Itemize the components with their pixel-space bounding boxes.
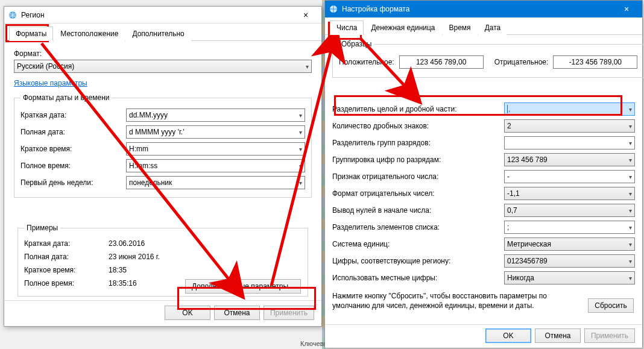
close-icon[interactable]: × [614, 4, 639, 14]
first-day-dropdown[interactable]: понедельник▾ [126, 176, 305, 189]
chevron-down-icon: ▾ [629, 140, 632, 146]
ok-button[interactable]: OK [165, 306, 210, 320]
grouping-label: Группировка цифр по разрядам: [332, 156, 504, 164]
separator [4, 300, 321, 301]
chevron-down-icon: ▾ [306, 63, 309, 70]
close-icon[interactable]: × [294, 10, 318, 20]
ex-short-time-k: Краткое время: [24, 266, 109, 274]
datetime-formats-group: Форматы даты и времени Краткая дата:dd.M… [14, 93, 312, 198]
ex-long-time-v: 18:35:16 [109, 279, 137, 288]
reset-note: Нажмите кнопку "Сбросить", чтобы восстан… [332, 291, 549, 310]
chevron-down-icon: ▾ [629, 190, 632, 197]
region-titlebar[interactable]: Регион × [4, 7, 321, 24]
digits-label: Количество дробных знаков: [332, 122, 504, 130]
long-date-dropdown[interactable]: d MMMM yyyy 'г.'▾ [126, 125, 305, 139]
globe-icon [8, 10, 17, 20]
tab-numbers[interactable]: Числа [330, 20, 364, 35]
digits-value: 2 [507, 122, 511, 130]
group-sep-label: Разделитель групп разрядов: [332, 139, 504, 147]
short-date-value: dd.MM.yyyy [129, 111, 168, 119]
positive-label: Положительное: [339, 58, 394, 66]
language-params-link[interactable]: Языковые параметры [14, 79, 87, 87]
grouping-value: 123 456 789 [507, 156, 548, 164]
negative-label: Отрицательное: [494, 58, 549, 66]
group-sep-dropdown[interactable]: ▾ [504, 136, 635, 149]
lead-zero-value: 0,7 [507, 206, 517, 215]
tab-time[interactable]: Время [443, 20, 478, 35]
neg-sign-value: - [507, 172, 510, 181]
first-day-label: Первый день недели: [21, 178, 126, 187]
tab-location[interactable]: Местоположение [54, 27, 125, 41]
region-title: Регион [21, 11, 294, 19]
tab-advanced[interactable]: Дополнительно [125, 27, 191, 41]
neg-sign-label: Признак отрицательного числа: [332, 172, 504, 181]
region-window: Регион × Форматы Местоположение Дополнит… [4, 6, 322, 327]
native-digits-dropdown[interactable]: Никогда▾ [504, 271, 635, 285]
ex-long-date-v: 23 июня 2016 г. [109, 253, 160, 261]
list-sep-dropdown[interactable]: ;▾ [504, 221, 635, 234]
short-time-value: H:mm [129, 145, 148, 153]
short-date-label: Краткая дата: [21, 111, 126, 119]
chevron-down-icon: ▾ [299, 180, 302, 186]
neg-sign-dropdown[interactable]: -▾ [504, 170, 635, 183]
chevron-down-icon: ▾ [629, 207, 632, 214]
decimal-sep-dropdown[interactable]: ,▾ [504, 102, 635, 116]
chevron-down-icon: ▾ [299, 163, 302, 169]
tab-currency[interactable]: Денежная единица [364, 20, 441, 35]
native-digits-value: Никогда [507, 274, 534, 282]
region-digits-dropdown[interactable]: 0123456789▾ [504, 254, 635, 268]
cancel-button[interactable]: Отмена [214, 306, 260, 320]
region-buttons: OK Отмена Применить [165, 306, 314, 320]
chevron-down-icon: ▾ [629, 241, 632, 248]
first-day-value: понедельник [129, 178, 172, 187]
lead-zero-dropdown[interactable]: 0,7▾ [504, 204, 635, 217]
negative-sample: -123 456 789,00 [553, 55, 637, 69]
samples-group: Образцы Положительное: 123 456 789,00 От… [332, 40, 644, 78]
short-date-dropdown[interactable]: dd.MM.yyyy▾ [126, 108, 305, 122]
region-content: Формат: Русский (Россия) ▾ Языковые пара… [4, 41, 321, 210]
examples-legend: Примеры [24, 224, 60, 232]
long-time-dropdown[interactable]: H:mm:ss▾ [126, 159, 305, 172]
neg-fmt-value: -1,1 [507, 189, 520, 198]
format-dropdown[interactable]: Русский (Россия) ▾ [14, 60, 312, 73]
chevron-down-icon: ▾ [299, 129, 302, 136]
tab-formats[interactable]: Форматы [9, 27, 53, 41]
long-date-label: Полная дата: [21, 128, 126, 136]
positive-sample: 123 456 789,00 [399, 55, 484, 69]
neg-fmt-dropdown[interactable]: -1,1▾ [504, 187, 635, 200]
digits-dropdown[interactable]: 2▾ [504, 119, 635, 133]
additional-params-button[interactable]: Дополнительные параметры... [185, 279, 301, 294]
short-time-dropdown[interactable]: H:mm▾ [126, 142, 305, 156]
chevron-down-icon: ▾ [629, 275, 632, 281]
chevron-down-icon: ▾ [629, 174, 632, 180]
format-tabs: Числа Денежная единица Время Дата [325, 17, 642, 35]
chevron-down-icon: ▾ [629, 123, 632, 130]
measure-dropdown[interactable]: Метрическая▾ [504, 237, 635, 251]
format-titlebar[interactable]: Настройка формата × [325, 1, 642, 17]
ok-button[interactable]: OK [485, 329, 531, 343]
chevron-down-icon: ▾ [629, 258, 632, 265]
apply-button[interactable]: Применить [584, 329, 635, 343]
lead-zero-label: Вывод нулей в начале числа: [332, 206, 504, 215]
apply-button[interactable]: Применить [264, 306, 314, 320]
reset-button[interactable]: Сбросить [588, 298, 634, 313]
ex-long-date-k: Полная дата: [24, 253, 109, 261]
cancel-button[interactable]: Отмена [535, 329, 581, 343]
measure-value: Метрическая [507, 240, 551, 248]
tab-date[interactable]: Дата [478, 20, 508, 35]
long-time-label: Полное время: [21, 162, 126, 170]
chevron-down-icon: ▾ [629, 157, 632, 163]
short-time-label: Краткое время: [21, 145, 126, 153]
list-sep-label: Разделитель элементов списка: [332, 223, 504, 231]
neg-fmt-label: Формат отрицательных чисел: [332, 189, 504, 198]
datetime-legend: Форматы даты и времени [21, 93, 112, 102]
chevron-down-icon: ▾ [629, 106, 632, 113]
long-date-value: d MMMM yyyy 'г.' [129, 128, 185, 136]
format-window: Настройка формата × Числа Денежная едини… [324, 0, 643, 348]
region-tabs: Форматы Местоположение Дополнительно [4, 24, 321, 41]
measure-label: Система единиц: [332, 240, 504, 248]
ex-long-time-k: Полное время: [24, 279, 109, 288]
separator [325, 324, 642, 325]
format-content: Образцы Положительное: 123 456 789,00 От… [325, 35, 642, 320]
grouping-dropdown[interactable]: 123 456 789▾ [504, 153, 635, 166]
